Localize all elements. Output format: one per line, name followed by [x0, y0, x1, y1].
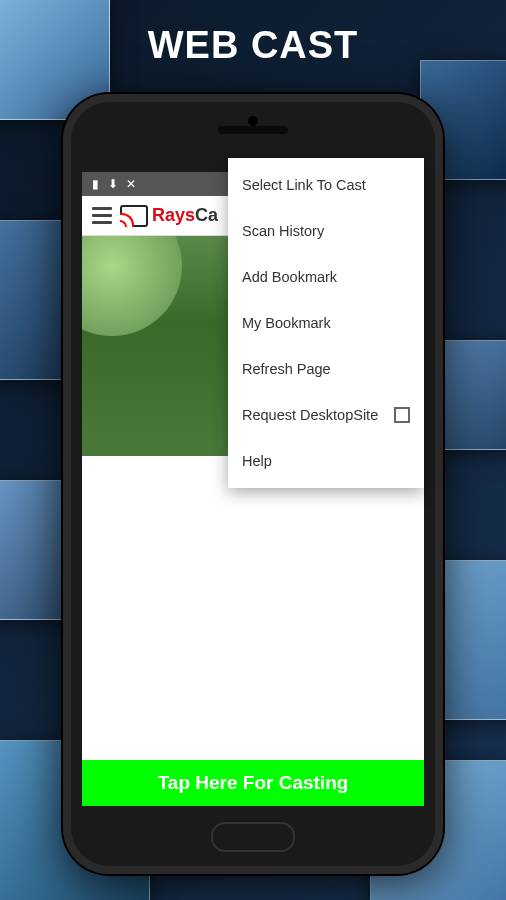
- menu-item-select-link[interactable]: Select Link To Cast: [228, 162, 424, 208]
- overflow-menu: Select Link To Cast Scan History Add Boo…: [228, 158, 424, 488]
- menu-item-request-desktop[interactable]: Request DesktopSite: [228, 392, 424, 438]
- download-icon: ⬇: [106, 177, 120, 191]
- menu-item-label: Refresh Page: [242, 361, 331, 377]
- menu-item-label: Request DesktopSite: [242, 407, 378, 423]
- menu-item-scan-history[interactable]: Scan History: [228, 208, 424, 254]
- menu-item-my-bookmark[interactable]: My Bookmark: [228, 300, 424, 346]
- desktop-site-checkbox[interactable]: [394, 407, 410, 423]
- menu-item-label: Select Link To Cast: [242, 177, 366, 193]
- menu-item-refresh-page[interactable]: Refresh Page: [228, 346, 424, 392]
- menu-item-label: Add Bookmark: [242, 269, 337, 285]
- cast-logo-icon: [120, 205, 148, 227]
- menu-item-label: Scan History: [242, 223, 324, 239]
- cast-button[interactable]: Tap Here For Casting: [82, 760, 424, 806]
- menu-item-add-bookmark[interactable]: Add Bookmark: [228, 254, 424, 300]
- sim-icon: ▮: [88, 177, 102, 191]
- menu-item-help[interactable]: Help: [228, 438, 424, 484]
- hamburger-menu-icon[interactable]: [88, 203, 116, 228]
- sync-icon: ✕: [124, 177, 138, 191]
- phone-frame: ▮ ⬇ ✕ 2 H ◢ ▮ 43% 8:09 a.m. RaysCa: [63, 94, 443, 874]
- menu-item-label: Help: [242, 453, 272, 469]
- menu-item-label: My Bookmark: [242, 315, 331, 331]
- app-name: RaysCa: [152, 205, 218, 226]
- page-title: WEB CAST: [0, 0, 506, 67]
